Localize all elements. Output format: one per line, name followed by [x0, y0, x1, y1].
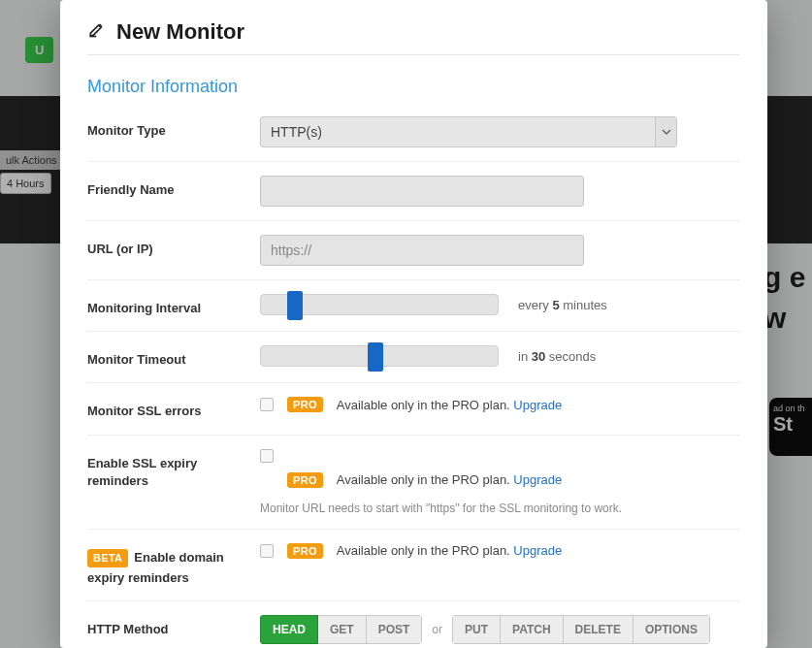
- new-monitor-modal: New Monitor Monitor Information Monitor …: [60, 0, 767, 648]
- http-method-options[interactable]: OPTIONS: [633, 615, 710, 644]
- http-method-head[interactable]: HEAD: [260, 615, 318, 644]
- interval-slider[interactable]: [260, 294, 499, 315]
- label-domain-expiry-line1: Enable domain: [134, 549, 223, 567]
- interval-caption-suffix: minutes: [560, 298, 607, 312]
- label-timeout: Monitor Timeout: [87, 345, 260, 369]
- http-method-delete[interactable]: DELETE: [564, 615, 633, 644]
- upgrade-link[interactable]: Upgrade: [513, 472, 562, 487]
- timeout-slider-handle[interactable]: [368, 342, 383, 372]
- timeout-caption-prefix: in: [518, 349, 532, 364]
- interval-caption: every 5 minutes: [518, 298, 607, 312]
- http-method-group: HEADGETPOST or PUTPATCHDELETEOPTIONS: [260, 615, 740, 644]
- chevron-down-icon: [655, 117, 676, 146]
- row-url: URL (or IP) https://: [87, 221, 740, 280]
- url-input[interactable]: https://: [260, 235, 584, 266]
- http-method-seg-right: PUTPATCHDELETEOPTIONS: [452, 615, 710, 644]
- http-method-patch[interactable]: PATCH: [501, 615, 564, 644]
- row-ssl-errors: Monitor SSL errors PRO Available only in…: [87, 383, 740, 435]
- row-http-method: HTTP Method HEADGETPOST or PUTPATCHDELET…: [87, 601, 740, 648]
- label-ssl-expiry: Enable SSL expiry reminders: [87, 449, 260, 490]
- friendly-name-input[interactable]: [260, 176, 584, 207]
- http-method-put[interactable]: PUT: [452, 615, 501, 644]
- row-domain-expiry: BETA Enable domain expiry reminders PRO …: [87, 530, 740, 602]
- monitor-type-select[interactable]: HTTP(s): [260, 116, 677, 147]
- pro-badge: PRO: [287, 472, 323, 488]
- row-friendly-name: Friendly Name: [87, 162, 740, 221]
- row-ssl-expiry: Enable SSL expiry reminders PRO Availabl…: [87, 436, 740, 530]
- ssl-expiry-checkbox[interactable]: [260, 449, 274, 463]
- monitor-type-value: HTTP(s): [271, 124, 322, 140]
- section-title: Monitor Information: [87, 77, 740, 97]
- timeout-value: 30: [532, 349, 545, 364]
- or-separator: or: [422, 623, 452, 636]
- domain-expiry-checkbox[interactable]: [260, 544, 274, 558]
- label-interval: Monitoring Interval: [87, 294, 260, 317]
- modal-title: New Monitor: [87, 19, 740, 55]
- modal-title-text: New Monitor: [116, 19, 244, 45]
- url-placeholder: https://: [271, 243, 311, 258]
- http-method-seg-left: HEADGETPOST: [260, 615, 422, 644]
- pro-badge: PRO: [287, 543, 323, 559]
- interval-caption-prefix: every: [518, 298, 552, 312]
- label-http-method: HTTP Method: [87, 615, 260, 638]
- pro-badge: PRO: [287, 397, 323, 412]
- label-domain-expiry: BETA Enable domain expiry reminders: [87, 543, 260, 588]
- ssl-errors-pro-text: Available only in the PRO plan.: [337, 398, 514, 412]
- timeout-caption-suffix: seconds: [545, 349, 596, 364]
- label-domain-expiry-line2: expiry reminders: [87, 569, 260, 587]
- upgrade-link[interactable]: Upgrade: [513, 398, 562, 412]
- interval-slider-handle[interactable]: [287, 291, 303, 320]
- row-interval: Monitoring Interval every 5 minutes: [87, 280, 740, 332]
- row-monitor-type: Monitor Type HTTP(s): [87, 103, 740, 162]
- label-url: URL (or IP): [87, 235, 260, 258]
- domain-expiry-pro-text: Available only in the PRO plan.: [337, 543, 514, 558]
- label-ssl-errors: Monitor SSL errors: [87, 397, 260, 420]
- http-method-post[interactable]: POST: [367, 615, 423, 644]
- ssl-errors-checkbox[interactable]: [260, 398, 274, 411]
- label-monitor-type: Monitor Type: [87, 116, 260, 140]
- http-method-get[interactable]: GET: [318, 615, 367, 644]
- row-timeout: Monitor Timeout in 30 seconds: [87, 332, 740, 383]
- beta-badge: BETA: [87, 549, 128, 567]
- timeout-slider[interactable]: [260, 345, 499, 367]
- upgrade-link[interactable]: Upgrade: [513, 543, 562, 558]
- label-friendly-name: Friendly Name: [87, 176, 260, 199]
- edit-icon: [87, 19, 107, 45]
- ssl-hint: Monitor URL needs to start with "https" …: [260, 502, 740, 515]
- ssl-expiry-pro-text: Available only in the PRO plan.: [337, 472, 514, 487]
- timeout-caption: in 30 seconds: [518, 349, 596, 364]
- interval-value: 5: [552, 298, 559, 312]
